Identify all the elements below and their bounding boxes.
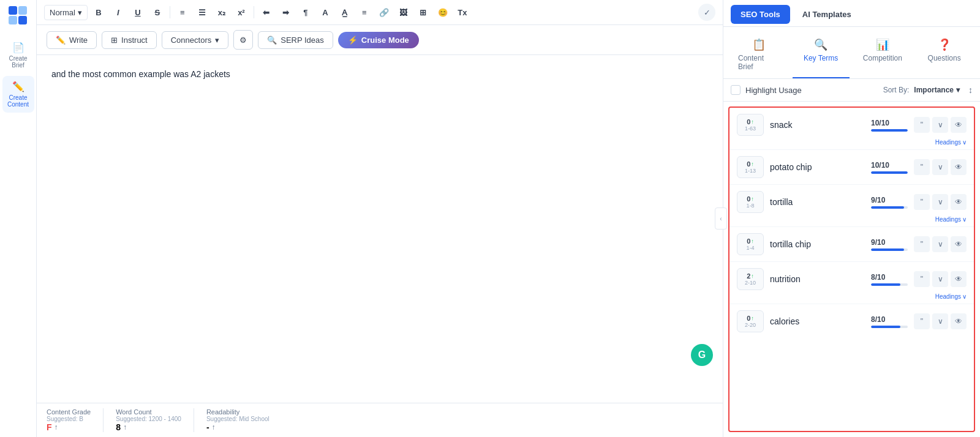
word-count-stat: Word Count Suggested: 1200 - 1400 8 ↑ [104, 408, 194, 432]
emoji-button[interactable]: 😊 [434, 4, 451, 21]
term-eye-btn-tortilla-chip[interactable]: 👁 [951, 236, 967, 252]
term-count-snack: 0 ↑ [747, 118, 754, 125]
write-icon: ✏️ [56, 35, 66, 45]
underline-button[interactable]: U [129, 4, 146, 21]
toolbar-divider-1 [170, 6, 170, 18]
subscript-button[interactable]: x₂ [213, 4, 230, 21]
connectors-button[interactable]: Connectors ▾ [162, 31, 228, 49]
term-score-bar-tortilla [871, 206, 908, 209]
connectors-chevron: ▾ [215, 35, 219, 45]
action-bar: ✏️ Write ⊞ Instruct Connectors ▾ ⚙ 🔍 SER… [37, 25, 723, 55]
term-score-bar-tortilla-chip [871, 248, 908, 251]
term-actions-snack: " ∨ 👁 [914, 117, 967, 133]
align-right-button[interactable]: ➡ [277, 4, 295, 21]
cruise-mode-button[interactable]: ⚡ Cruise Mode [338, 32, 419, 48]
term-score-fill-snack [871, 129, 908, 132]
term-score-fill-tortilla [871, 206, 904, 209]
table-button[interactable]: ⊞ [415, 4, 432, 21]
term-name-potato-chip: potato chip [770, 162, 865, 172]
grammarly-button[interactable]: G [691, 344, 713, 366]
readability-stat: Readability Suggested: Mid School - ↑ [194, 408, 282, 432]
term-quote-btn-potato-chip[interactable]: " [914, 159, 930, 175]
term-count-calories: 0 ↑ [747, 315, 754, 322]
term-expand-btn-snack[interactable]: ∨ [932, 117, 948, 133]
paragraph-button[interactable]: ¶ [297, 4, 314, 21]
term-headings-snack[interactable]: Headings ∨ [935, 139, 967, 146]
term-badge-potato-chip: 0 ↑ 1-13 [737, 156, 764, 178]
instruct-button[interactable]: ⊞ Instruct [102, 31, 157, 49]
term-quote-btn-snack[interactable]: " [914, 117, 930, 133]
term-row-nutrition: 2 ↑ 2-10 nutrition 8/10 " ∨ 👁 Headings ∨ [729, 262, 974, 304]
font-highlight-button[interactable]: A̲ [336, 4, 353, 21]
term-expand-btn-tortilla[interactable]: ∨ [932, 194, 948, 210]
image-button[interactable]: 🖼 [395, 4, 412, 21]
sidebar-item-create-brief[interactable]: 📄 Create Brief [2, 37, 34, 73]
write-label: Write [69, 35, 88, 45]
nav-questions[interactable]: ❓ Questions [916, 34, 973, 78]
nav-competition[interactable]: 📊 Competition [854, 34, 911, 78]
tab-seo-tools[interactable]: SEO Tools [731, 5, 790, 24]
term-eye-btn-snack[interactable]: 👁 [951, 117, 967, 133]
nav-questions-label: Questions [928, 54, 961, 62]
term-eye-btn-potato-chip[interactable]: 👁 [951, 159, 967, 175]
ordered-list-button[interactable]: ≡ [174, 4, 191, 21]
instruct-icon: ⊞ [111, 35, 118, 45]
term-quote-btn-calories[interactable]: " [914, 313, 930, 329]
panel-collapse-button[interactable]: ‹ [715, 207, 727, 230]
term-expand-btn-potato-chip[interactable]: ∨ [932, 159, 948, 175]
superscript-button[interactable]: x² [233, 4, 250, 21]
term-name-nutrition: nutrition [770, 274, 865, 284]
unordered-list-button[interactable]: ☰ [194, 4, 211, 21]
term-quote-btn-tortilla[interactable]: " [914, 194, 930, 210]
term-name-calories: calories [770, 316, 865, 326]
sidebar-item-create-content-label: Create Content [5, 94, 32, 108]
italic-button[interactable]: I [110, 4, 127, 21]
sort-chevron: ▾ [956, 86, 960, 94]
format-select[interactable]: Normal ▾ [44, 5, 88, 20]
editor-text: and the most common example was A2 jacke… [51, 67, 708, 81]
font-color-button[interactable]: A [317, 4, 334, 21]
term-badge-tortilla: 0 ↑ 1-8 [737, 191, 764, 213]
highlight-usage-label: Highlight Usage [745, 86, 802, 95]
term-expand-btn-nutrition[interactable]: ∨ [932, 271, 948, 287]
sort-order-button[interactable]: ↕ [968, 85, 973, 95]
editor-content[interactable]: and the most common example was A2 jacke… [37, 55, 723, 403]
write-button[interactable]: ✏️ Write [47, 31, 97, 49]
strikethrough-button[interactable]: S [149, 4, 166, 21]
term-eye-btn-nutrition[interactable]: 👁 [951, 271, 967, 287]
term-expand-btn-tortilla-chip[interactable]: ∨ [932, 236, 948, 252]
toolbar-check-button[interactable]: ✓ [698, 4, 715, 21]
instruct-label: Instruct [121, 35, 148, 45]
term-headings-tortilla[interactable]: Headings ∨ [935, 216, 967, 223]
clear-format-button[interactable]: Tx [454, 4, 471, 21]
readability-arrow: ↑ [212, 423, 216, 431]
format-select-value: Normal [50, 8, 75, 17]
link-button[interactable]: 🔗 [375, 4, 393, 21]
term-eye-btn-calories[interactable]: 👁 [951, 313, 967, 329]
nav-content-brief-label: Content Brief [738, 54, 780, 71]
nav-content-brief[interactable]: 📋 Content Brief [731, 34, 788, 78]
settings-button[interactable]: ⚙ [233, 30, 253, 50]
serp-ideas-button[interactable]: 🔍 SERP Ideas [258, 31, 333, 49]
term-expand-btn-calories[interactable]: ∨ [932, 313, 948, 329]
right-panel: ‹ SEO Tools AI Templates 📋 Content Brief… [723, 0, 980, 437]
term-quote-btn-nutrition[interactable]: " [914, 271, 930, 287]
term-score-bar-nutrition [871, 283, 908, 286]
highlight-usage-checkbox[interactable] [731, 85, 741, 95]
panel-nav: 📋 Content Brief 🔍 Key Terms 📊 Competitio… [723, 27, 980, 79]
bold-button[interactable]: B [90, 4, 107, 21]
content-grade-label: Content Grade [47, 408, 91, 416]
sidebar-item-create-content[interactable]: ✏️ Create Content [2, 76, 34, 113]
align-justify-button[interactable]: ≡ [356, 4, 373, 21]
align-left-button[interactable]: ⬅ [258, 4, 275, 21]
sort-select[interactable]: Importance ▾ [914, 86, 960, 94]
term-eye-btn-tortilla[interactable]: 👁 [951, 194, 967, 210]
sidebar-item-create-brief-label: Create Brief [5, 55, 32, 69]
readability-suggested: Suggested: Mid School [206, 416, 270, 422]
nav-key-terms[interactable]: 🔍 Key Terms [793, 34, 850, 78]
term-quote-btn-tortilla-chip[interactable]: " [914, 236, 930, 252]
tab-ai-templates[interactable]: AI Templates [793, 5, 861, 26]
term-actions-calories: " ∨ 👁 [914, 313, 967, 329]
term-headings-nutrition[interactable]: Headings ∨ [935, 293, 967, 300]
format-select-arrow: ▾ [78, 8, 82, 17]
